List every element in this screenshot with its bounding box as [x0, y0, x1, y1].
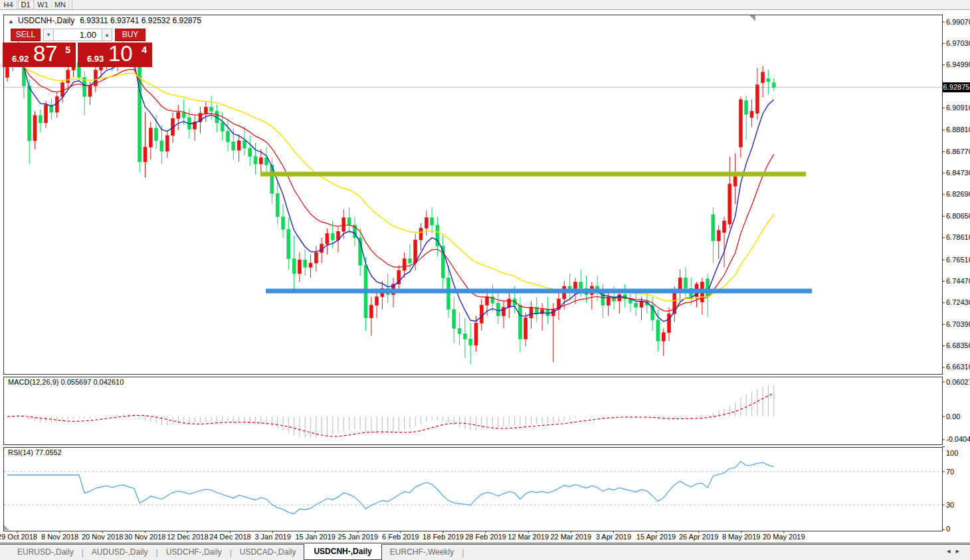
rsi-axis-label: 0 [946, 525, 950, 533]
macd-axis-label: 0.060274 [946, 378, 970, 386]
macd-value-signal: 0.042610 [93, 378, 124, 386]
macd-value-main: 0.055697 [60, 378, 91, 386]
chart-tab-bar: EURUSD-,Daily|AUDUSD-,Daily|USDCHF-,Dail… [0, 544, 970, 560]
price-axis-label: 6.70390 [946, 320, 970, 328]
volume-increase-button[interactable]: ▲ [102, 29, 112, 41]
chart-shift-marker-icon [749, 15, 755, 21]
rsi-axis-label: 30 [946, 501, 954, 509]
resistance-line[interactable] [260, 172, 806, 177]
rsi-value: 77.0552 [35, 448, 62, 456]
buy-button[interactable]: BUY [115, 29, 146, 41]
price-axis-label: 6.68350 [946, 341, 970, 349]
rsi-pane-frame [4, 448, 943, 531]
chart-ohlc-values: 6.93311 6.93741 6.92532 6.92875 [80, 16, 201, 25]
date-axis-label: 20 May 2019 [756, 533, 812, 541]
price-axis-label: 6.82690 [946, 190, 970, 198]
tab-eurchf-weekly[interactable]: EURCHF-,Weekly [382, 545, 462, 560]
macd-axis-label: 0.00 [946, 413, 960, 420]
ma-mid-line [7, 64, 774, 312]
macd-label: MACD(12,26,9) 0.055697 0.042610 [8, 378, 124, 386]
sell-price-small: 6.92 [12, 54, 29, 64]
sell-price-big: 87 [33, 41, 58, 66]
tab-scroll-left-icon[interactable]: ◂ [947, 547, 956, 555]
tab-usdchf-daily[interactable]: USDCHF-,Daily [158, 545, 230, 560]
price-axis-label: 6.66310 [946, 363, 970, 371]
one-click-trade-row: SELL ▼ ▲ BUY [11, 29, 146, 41]
rsi-axis-label: 70 [946, 468, 954, 476]
chart-title: ▲USDCNH-,Daily6.93311 6.93741 6.92532 6.… [8, 16, 201, 25]
tab-audusd-daily[interactable]: AUDUSD-,Daily [84, 545, 156, 560]
tab-eurusd-daily[interactable]: EURUSD-,Daily [9, 545, 82, 560]
tab-usdcnh-daily[interactable]: USDCNH-,Daily [304, 544, 381, 560]
price-axis-label: 6.88810 [946, 126, 970, 134]
price-axis-label: 6.84730 [946, 169, 970, 177]
main-chart-layer [4, 39, 942, 364]
macd-signal-line [7, 393, 774, 436]
price-axis-label: 6.72430 [946, 298, 970, 306]
price-axis-label: 6.99070 [946, 18, 970, 26]
macd-layer [7, 385, 774, 438]
price-axis-label: 6.94990 [946, 60, 970, 68]
price-axis-label: 6.80650 [946, 212, 970, 220]
support-line[interactable] [266, 289, 812, 294]
tab-separator: | [462, 548, 464, 557]
chart-area[interactable] [0, 0, 970, 560]
buy-price-display[interactable]: 6.93 10 4 [78, 43, 152, 67]
sell-price-display[interactable]: 6.92 87 5 [3, 43, 76, 67]
macd-pane-frame [4, 377, 943, 445]
sell-price-sup: 5 [65, 45, 70, 55]
price-axis-label: 6.90910 [946, 104, 970, 112]
one-click-collapse-icon[interactable]: ▲ [8, 18, 14, 25]
price-axis-label: 6.78610 [946, 233, 970, 241]
terminal-window: H4D1W1MN ▲USDCNH-,Daily6.93311 6.93741 6… [0, 0, 970, 560]
price-boxes: 6.92 87 5 6.93 10 4 [3, 43, 152, 67]
buy-price-small: 6.93 [87, 54, 104, 64]
price-axis-label: 6.76510 [946, 256, 970, 264]
price-axis-label: 6.86770 [946, 147, 970, 155]
chart-symbol-label: USDCNH-,Daily [18, 16, 74, 25]
tab-usdcad-daily[interactable]: USDCAD-,Daily [232, 545, 304, 560]
macd-axis-label: -0.040412 [946, 435, 970, 443]
tab-scroll-arrows: ◂▸ [947, 547, 965, 555]
current-price-box: 6.92875 [943, 82, 970, 92]
rsi-label: RSI(14) 77.0552 [8, 448, 62, 456]
ma-fast-line [7, 59, 774, 322]
tab-scroll-right-icon[interactable]: ▸ [955, 547, 965, 555]
price-axis-label: 6.97030 [946, 39, 970, 47]
volume-input[interactable] [54, 29, 102, 41]
pane-resize-grip-icon[interactable] [4, 525, 9, 530]
buy-price-sup: 4 [142, 45, 147, 55]
volume-decrease-button[interactable]: ▼ [43, 29, 54, 41]
rsi-line [7, 462, 774, 514]
buy-price-big: 10 [108, 41, 133, 66]
price-axis-label: 6.74470 [946, 277, 970, 285]
sell-button[interactable]: SELL [11, 29, 41, 41]
rsi-axis-label: 100 [946, 449, 958, 457]
rsi-layer [4, 462, 942, 514]
